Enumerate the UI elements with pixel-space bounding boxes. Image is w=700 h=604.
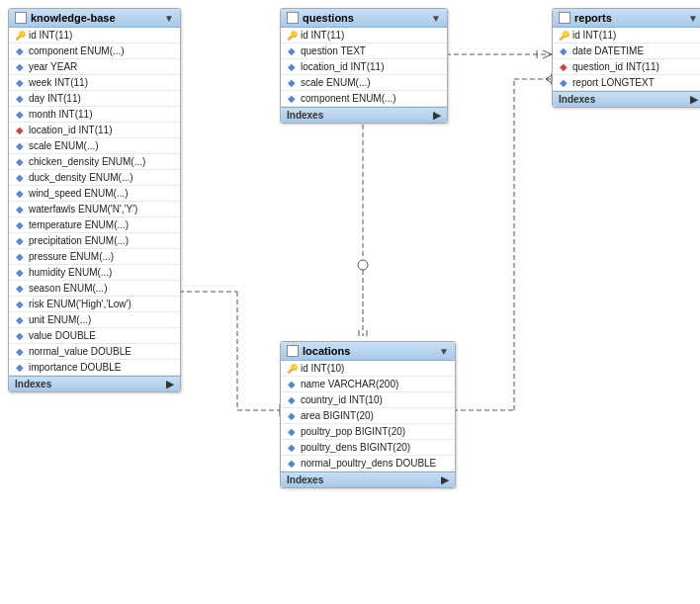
field-text: component ENUM(...) <box>29 45 125 56</box>
table-footer-knowledge-base[interactable]: Indexes ▶ <box>9 376 180 391</box>
field-icon-blue: ◆ <box>15 62 25 72</box>
header-arrow-reports: ▼ <box>688 13 698 24</box>
field-text: id INT(11) <box>301 30 344 41</box>
field-row: ◆ question_id INT(11) <box>553 59 700 75</box>
field-row: ◆ week INT(11) <box>9 75 180 91</box>
field-text: poultry_pop BIGINT(20) <box>301 426 405 437</box>
field-text: waterfawls ENUM('N','Y') <box>29 204 137 215</box>
field-row: ◆ importance DOUBLE <box>9 360 180 376</box>
field-text: precipitation ENUM(...) <box>29 235 129 246</box>
field-text: location_id INT(11) <box>29 125 112 135</box>
pk-icon: 🔑 <box>287 364 297 374</box>
field-text: chicken_density ENUM(...) <box>29 156 145 167</box>
field-row: ◆ scale ENUM(...) <box>9 138 180 154</box>
field-row: ◆ precipitation ENUM(...) <box>9 233 180 249</box>
table-icon-reports <box>559 12 570 24</box>
field-icon-blue: ◆ <box>15 268 25 278</box>
field-row: ◆ normal_value DOUBLE <box>9 344 180 360</box>
field-text: location_id INT(11) <box>301 61 384 72</box>
field-icon-blue: ◆ <box>287 94 297 104</box>
field-icon-blue: ◆ <box>15 189 25 199</box>
field-text: id INT(11) <box>572 30 616 41</box>
field-icon-blue: ◆ <box>287 46 297 56</box>
svg-point-6 <box>358 260 368 270</box>
field-text: unit ENUM(...) <box>29 314 91 325</box>
field-icon-blue: ◆ <box>15 110 25 120</box>
field-row: ◆ name VARCHAR(200) <box>281 377 455 392</box>
field-row: ◆ location_id INT(11) <box>281 59 447 75</box>
field-icon-blue: ◆ <box>15 284 25 294</box>
field-text: pressure ENUM(...) <box>29 251 114 262</box>
table-header-reports[interactable]: reports ▼ <box>553 9 700 28</box>
field-text: risk ENUM('High','Low') <box>29 299 131 309</box>
table-reports[interactable]: reports ▼ 🔑 id INT(11) ◆ date DATETIME ◆… <box>552 8 700 108</box>
field-icon-blue: ◆ <box>15 141 25 151</box>
field-icon-blue: ◆ <box>15 252 25 262</box>
footer-label: Indexes <box>15 379 51 389</box>
field-icon-blue: ◆ <box>287 395 297 405</box>
field-row: ◆ component ENUM(...) <box>281 91 447 107</box>
field-row: ◆ date DATETIME <box>553 43 700 59</box>
table-icon-locations <box>287 345 299 357</box>
footer-expand-icon: ▶ <box>166 379 174 389</box>
field-text: value DOUBLE <box>29 330 96 341</box>
field-icon-blue: ◆ <box>559 78 569 88</box>
field-icon-blue: ◆ <box>15 78 25 88</box>
svg-line-2 <box>543 54 552 58</box>
field-text: wind_speed ENUM(...) <box>29 188 129 199</box>
field-icon-blue: ◆ <box>15 205 25 215</box>
footer-label: Indexes <box>287 110 323 121</box>
table-title-locations: locations <box>303 345 435 357</box>
field-text: area BIGINT(20) <box>301 410 374 421</box>
footer-expand-icon: ▶ <box>433 110 441 121</box>
field-text: question_id INT(11) <box>572 61 659 72</box>
field-icon-blue: ◆ <box>287 78 297 88</box>
field-row: ◆ value DOUBLE <box>9 328 180 344</box>
field-text: week INT(11) <box>29 77 88 88</box>
field-text: question TEXT <box>301 45 366 56</box>
field-text: month INT(11) <box>29 109 92 120</box>
diagram-canvas: knowledge-base ▼ 🔑 id INT(11) ◆ componen… <box>0 0 700 604</box>
field-row: ◆ component ENUM(...) <box>9 43 180 59</box>
field-text: scale ENUM(...) <box>301 77 371 88</box>
field-row: ◆ wind_speed ENUM(...) <box>9 186 180 202</box>
field-row: 🔑 id INT(10) <box>281 361 455 377</box>
field-text: id INT(11) <box>29 30 72 41</box>
table-footer-locations[interactable]: Indexes ▶ <box>281 472 455 487</box>
field-icon-blue: ◆ <box>287 443 297 453</box>
field-row: ◆ country_id INT(10) <box>281 392 455 408</box>
table-header-knowledge-base[interactable]: knowledge-base ▼ <box>9 9 180 28</box>
field-text: component ENUM(...) <box>301 93 396 104</box>
table-footer-questions[interactable]: Indexes ▶ <box>281 107 447 123</box>
field-row: ◆ temperature ENUM(...) <box>9 217 180 233</box>
field-text: country_id INT(10) <box>301 394 383 405</box>
field-text: humidity ENUM(...) <box>29 267 112 278</box>
field-row: ◆ day INT(11) <box>9 91 180 107</box>
table-knowledge-base[interactable]: knowledge-base ▼ 🔑 id INT(11) ◆ componen… <box>8 8 181 392</box>
header-arrow-locations: ▼ <box>439 346 449 357</box>
field-icon-blue: ◆ <box>15 46 25 56</box>
field-row: ◆ risk ENUM('High','Low') <box>9 297 180 312</box>
field-text: poultry_dens BIGINT(20) <box>301 442 410 453</box>
footer-label: Indexes <box>559 94 595 105</box>
field-text: temperature ENUM(...) <box>29 219 129 230</box>
footer-expand-icon: ▶ <box>690 94 698 105</box>
table-header-questions[interactable]: questions ▼ <box>281 9 447 28</box>
field-row: ◆ area BIGINT(20) <box>281 408 455 424</box>
field-icon-blue: ◆ <box>287 380 297 389</box>
pk-icon: 🔑 <box>15 31 25 41</box>
table-footer-reports[interactable]: Indexes ▶ <box>553 91 700 107</box>
field-icon-blue: ◆ <box>287 427 297 437</box>
table-questions[interactable]: questions ▼ 🔑 id INT(11) ◆ question TEXT… <box>280 8 448 124</box>
field-icon-red: ◆ <box>559 62 569 72</box>
header-arrow-knowledge-base: ▼ <box>164 13 174 24</box>
table-locations[interactable]: locations ▼ 🔑 id INT(10) ◆ name VARCHAR(… <box>280 341 456 488</box>
field-icon-blue: ◆ <box>15 94 25 104</box>
table-header-locations[interactable]: locations ▼ <box>281 342 455 361</box>
field-text: scale ENUM(...) <box>29 140 99 151</box>
field-row: ◆ report LONGTEXT <box>553 75 700 91</box>
field-row: ◆ pressure ENUM(...) <box>9 249 180 265</box>
field-row: ◆ unit ENUM(...) <box>9 312 180 328</box>
field-row: ◆ location_id INT(11) <box>9 123 180 138</box>
field-text: id INT(10) <box>301 363 344 374</box>
